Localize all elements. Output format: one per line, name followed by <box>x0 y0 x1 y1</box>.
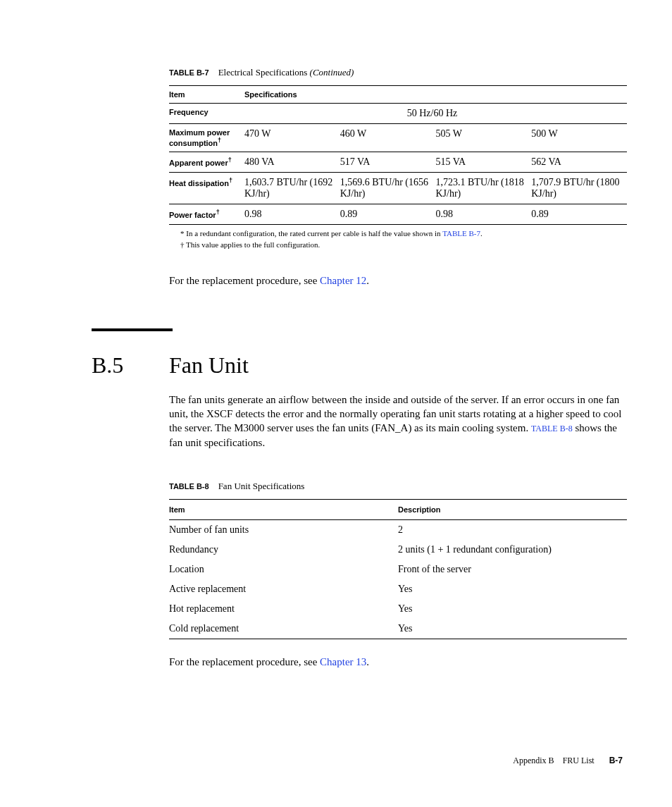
table-b7-footnotes: * In a redundant configuration, the rate… <box>180 228 623 251</box>
th-item2: Item <box>169 499 398 519</box>
cell: Yes <box>398 619 627 639</box>
cell: Redundancy <box>169 540 398 560</box>
cell: 1,723.1 BTU/hr (1818 KJ/hr) <box>436 172 532 204</box>
cell: Active replacement <box>169 579 398 599</box>
cell: 0.98 <box>436 204 532 224</box>
table-b7-title: Electrical Specifications <box>218 67 308 78</box>
table-b7-caption: TABLE B-7 Electrical Specifications (Con… <box>169 67 623 78</box>
cell: 1,707.9 BTU/hr (1800 KJ/hr) <box>531 172 627 204</box>
cell: 500 W <box>531 124 627 152</box>
th-desc2: Description <box>398 499 627 519</box>
table-b8-caption: TABLE B-8 Fan Unit Specifications <box>169 481 623 492</box>
cell: 517 VA <box>340 152 436 172</box>
cell: 0.89 <box>531 204 627 224</box>
cell: 562 VA <box>531 152 627 172</box>
link-chapter-12[interactable]: Chapter 12 <box>320 275 366 286</box>
section-heading: B.5Fan Unit <box>92 352 623 378</box>
table-b8: Item Description Number of fan units2 Re… <box>169 499 627 639</box>
cell: Hot replacement <box>169 599 398 619</box>
section-number: B.5 <box>92 352 169 378</box>
cell: 470 W <box>244 124 340 152</box>
cell: Number of fan units <box>169 519 398 540</box>
cell: 2 <box>398 519 627 540</box>
table-b8-label: TABLE B-8 <box>169 482 209 491</box>
row-maxpower-label: Maximum power consumption† <box>169 124 244 152</box>
cell: 1,569.6 BTU/hr (1656 KJ/hr) <box>340 172 436 204</box>
cell: 515 VA <box>436 152 532 172</box>
replacement-para-1: For the replacement procedure, see Chapt… <box>169 273 623 288</box>
cell: Location <box>169 560 398 579</box>
row-apparent-label: Apparent power† <box>169 152 244 172</box>
link-table-b7[interactable]: TABLE B-7 <box>442 229 480 238</box>
cell: 2 units (1 + 1 redundant configuration) <box>398 540 627 560</box>
cell: Yes <box>398 599 627 619</box>
row-frequency-label: Frequency <box>169 104 244 124</box>
link-table-b8[interactable]: TABLE B-8 <box>531 424 573 433</box>
table-b7-suffix: (Continued) <box>310 67 354 78</box>
table-b7: Item Specifications Frequency 50 Hz/60 H… <box>169 85 627 225</box>
section-intro: The fan units generate an airflow betwee… <box>169 393 623 450</box>
section-rule <box>92 328 173 331</box>
cell: 480 VA <box>244 152 340 172</box>
row-heat-label: Heat dissipation† <box>169 172 244 204</box>
row-pf-label: Power factor† <box>169 204 244 224</box>
page-footer: Appendix B FRU List B-7 <box>513 756 623 766</box>
replacement-para-2: For the replacement procedure, see Chapt… <box>169 655 623 669</box>
row-frequency-value: 50 Hz/60 Hz <box>244 104 627 124</box>
table-b7-label: TABLE B-7 <box>169 68 209 77</box>
section-title: Fan Unit <box>169 352 249 378</box>
footnote-star: * In a redundant configuration, the rate… <box>180 228 623 240</box>
footnote-dagger: † This value applies to the full configu… <box>180 239 623 251</box>
th-item: Item <box>169 86 244 104</box>
cell: 505 W <box>436 124 532 152</box>
table-b8-title: Fan Unit Specifications <box>218 481 305 491</box>
footer-title: FRU List <box>563 756 595 765</box>
th-spec: Specifications <box>244 86 627 104</box>
link-chapter-13[interactable]: Chapter 13 <box>320 656 366 667</box>
cell: Front of the server <box>398 560 627 579</box>
cell: Cold replacement <box>169 619 398 639</box>
cell: Yes <box>398 579 627 599</box>
footer-appendix: Appendix B <box>513 756 554 765</box>
cell: 0.98 <box>244 204 340 224</box>
cell: 1,603.7 BTU/hr (1692 KJ/hr) <box>244 172 340 204</box>
cell: 460 W <box>340 124 436 152</box>
footer-page: B-7 <box>609 756 623 765</box>
cell: 0.89 <box>340 204 436 224</box>
